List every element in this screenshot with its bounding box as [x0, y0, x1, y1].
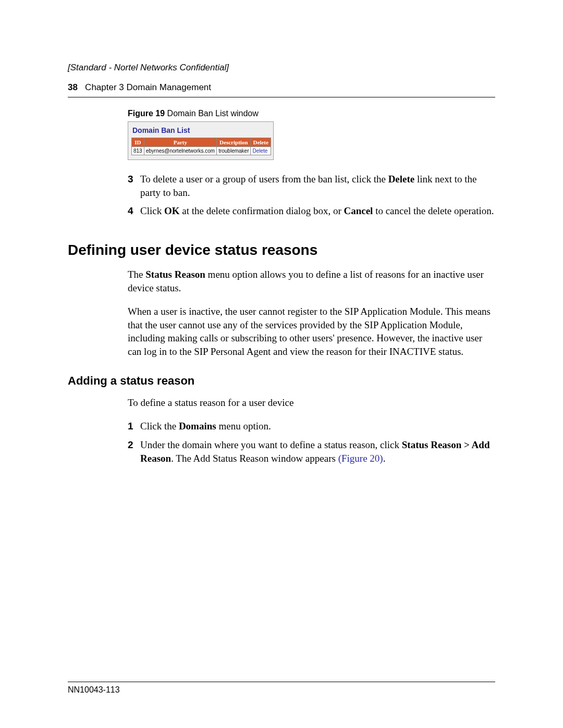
chapter-text: Chapter 3 Domain Management: [85, 82, 211, 92]
domain-ban-list-title: Domain Ban List: [131, 124, 270, 138]
steps-block-b: 1 Click the Domains menu option. 2 Under…: [128, 419, 495, 465]
col-description: Description: [217, 138, 251, 147]
section-heading-defining: Defining user device status reasons: [68, 242, 495, 258]
step-num-1: 1: [128, 419, 140, 433]
subsection-intro: To define a status reason for a user dev…: [128, 396, 495, 410]
delete-link[interactable]: Delete: [251, 147, 271, 155]
col-id: ID: [132, 138, 144, 147]
chapter-label: [80, 82, 85, 92]
figure-20-ref[interactable]: (Figure 20): [338, 453, 383, 464]
domain-ban-list-table: ID Party Description Delete 813 ebyrnes@…: [131, 138, 271, 155]
step-text-2: Under the domain where you want to defin…: [140, 438, 495, 465]
step-2: 2 Under the domain where you want to def…: [128, 438, 495, 465]
page-footer: NN10043-113: [68, 682, 495, 695]
step-num-3: 3: [128, 172, 140, 199]
col-party: Party: [144, 138, 216, 147]
step-num-4: 4: [128, 204, 140, 218]
step-3: 3 To delete a user or a group of users f…: [128, 172, 495, 199]
steps-block-a: 3 To delete a user or a group of users f…: [128, 172, 495, 218]
section-para-1: The Status Reason menu option allows you…: [128, 268, 495, 294]
doc-id: NN10043-113: [68, 685, 120, 694]
cell-description: troublemaker: [217, 147, 251, 155]
chapter-header: 38 Chapter 3 Domain Management: [68, 82, 495, 97]
cell-party: ebyrnes@nortelnetworks.com: [144, 147, 216, 155]
figure19-label: Figure 19 Domain Ban List window: [128, 109, 495, 118]
table-row: 813 ebyrnes@nortelnetworks.com troublema…: [132, 147, 271, 155]
subsection-heading-adding: Adding a status reason: [68, 374, 495, 388]
cell-id: 813: [132, 147, 144, 155]
domain-ban-list-window: Domain Ban List ID Party Description Del…: [128, 121, 274, 160]
document-page: [Standard - Nortel Networks Confidential…: [0, 0, 563, 728]
step-4: 4 Click OK at the delete confirmation di…: [128, 204, 495, 218]
section-para-2: When a user is inactive, the user cannot…: [128, 305, 495, 359]
page-number: 38: [68, 82, 78, 92]
table-header-row: ID Party Description Delete: [132, 138, 271, 147]
figure19-label-rest: Domain Ban List window: [165, 109, 259, 118]
step-text-4: Click OK at the delete confirmation dial…: [140, 204, 495, 218]
step-num-2: 2: [128, 438, 140, 465]
confidential-header: [Standard - Nortel Networks Confidential…: [68, 63, 495, 73]
step-1: 1 Click the Domains menu option.: [128, 419, 495, 433]
step-text-1: Click the Domains menu option.: [140, 419, 495, 433]
figure19-label-bold: Figure 19: [128, 109, 165, 118]
step-text-3: To delete a user or a group of users fro…: [140, 172, 495, 199]
col-delete: Delete: [251, 138, 271, 147]
